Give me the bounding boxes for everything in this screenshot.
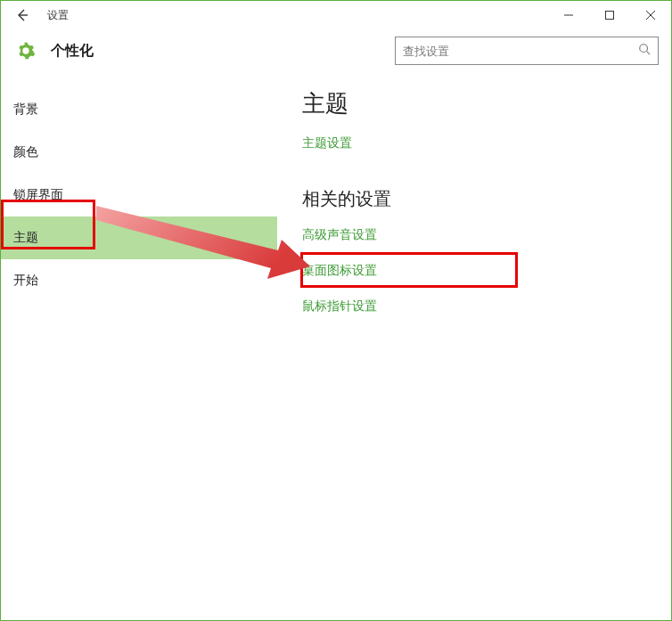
link-mouse-pointer-settings[interactable]: 鼠标指针设置 — [302, 298, 377, 315]
minimize-icon — [564, 11, 573, 20]
sidebar-item-label: 开始 — [13, 273, 38, 289]
close-button[interactable] — [630, 1, 671, 29]
sidebar-item-label: 背景 — [13, 102, 38, 118]
main-content: 主题 主题设置 相关的设置 高级声音设置 桌面图标设置 鼠标指针设置 — [277, 72, 671, 620]
heading-related: 相关的设置 — [302, 187, 653, 211]
heading-themes: 主题 — [302, 88, 653, 119]
window-title: 设置 — [44, 8, 69, 23]
sidebar-item-lockscreen[interactable]: 锁屏界面 — [1, 174, 277, 217]
search-icon — [638, 43, 651, 59]
back-button[interactable] — [1, 1, 44, 29]
search-input[interactable] — [403, 45, 638, 58]
sidebar: 背景 颜色 锁屏界面 主题 开始 — [1, 72, 277, 620]
maximize-button[interactable] — [589, 1, 630, 29]
page-title: 个性化 — [38, 42, 94, 61]
minimize-button[interactable] — [548, 1, 589, 29]
sidebar-item-background[interactable]: 背景 — [1, 88, 277, 131]
settings-gear-icon — [13, 41, 38, 61]
sidebar-item-start[interactable]: 开始 — [1, 259, 277, 302]
sidebar-item-themes[interactable]: 主题 — [1, 217, 277, 259]
svg-rect-0 — [606, 12, 614, 20]
link-desktop-icon-settings[interactable]: 桌面图标设置 — [302, 263, 377, 279]
sidebar-item-label: 颜色 — [13, 144, 38, 160]
sidebar-item-label: 主题 — [13, 230, 38, 246]
link-theme-settings[interactable]: 主题设置 — [302, 135, 352, 151]
arrow-left-icon — [15, 8, 29, 22]
close-icon — [646, 11, 655, 20]
sidebar-item-colors[interactable]: 颜色 — [1, 131, 277, 174]
maximize-icon — [605, 11, 614, 20]
sidebar-item-label: 锁屏界面 — [13, 187, 63, 203]
search-box[interactable] — [395, 37, 659, 65]
link-advanced-sound-settings[interactable]: 高级声音设置 — [302, 227, 377, 243]
svg-point-1 — [640, 45, 648, 53]
